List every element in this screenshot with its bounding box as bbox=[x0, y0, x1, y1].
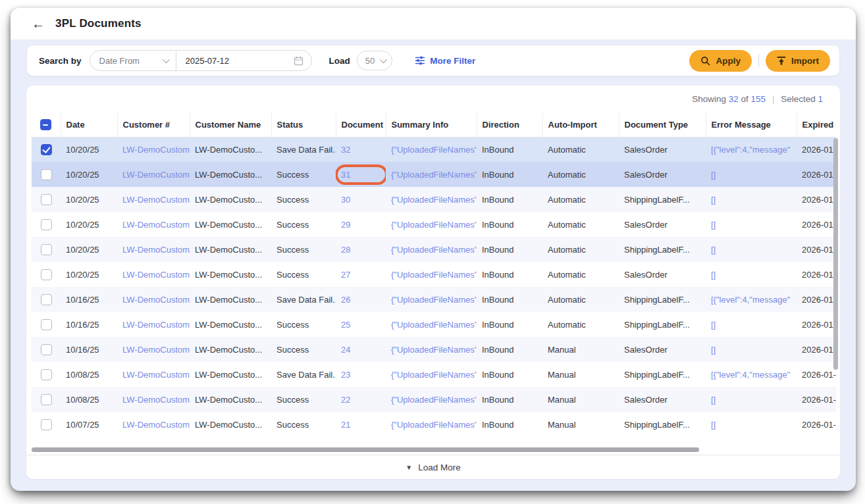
customer-number-link[interactable]: LW-DemoCustom bbox=[117, 312, 190, 337]
error-message-link[interactable]: [] bbox=[706, 387, 797, 412]
table-row[interactable]: 10/08/25LW-DemoCustomLW-DemoCusto...Save… bbox=[32, 362, 836, 387]
load-count-select[interactable]: 50 bbox=[357, 51, 392, 70]
table-row[interactable]: 10/20/25LW-DemoCustomLW-DemoCusto...Succ… bbox=[32, 162, 836, 187]
horizontal-scrollbar[interactable] bbox=[32, 447, 699, 452]
row-checkbox[interactable] bbox=[41, 169, 52, 180]
expired-date-text: 2026-01-0 bbox=[797, 412, 836, 437]
error-message-link[interactable]: [] bbox=[706, 162, 797, 187]
import-button[interactable]: Import bbox=[766, 50, 830, 72]
apply-button[interactable]: Apply bbox=[689, 50, 752, 72]
table-row[interactable]: 10/16/25LW-DemoCustomLW-DemoCusto...Succ… bbox=[32, 337, 836, 362]
table-header-row: DateCustomer #Customer NameStatusDocumen… bbox=[32, 113, 836, 137]
auto-import-text: Automatic bbox=[542, 212, 619, 237]
table-row[interactable]: 10/16/25LW-DemoCustomLW-DemoCusto...Succ… bbox=[32, 312, 836, 337]
row-checkbox[interactable] bbox=[41, 144, 52, 155]
summary-info-link[interactable]: {"UploadedFileNames":" bbox=[386, 187, 477, 212]
row-checkbox[interactable] bbox=[41, 369, 52, 380]
row-checkbox[interactable] bbox=[41, 244, 52, 255]
table-row[interactable]: 10/16/25LW-DemoCustomLW-DemoCusto...Save… bbox=[32, 287, 836, 312]
customer-number-link[interactable]: LW-DemoCustom bbox=[117, 187, 190, 212]
row-checkbox[interactable] bbox=[41, 194, 52, 205]
document-number-link[interactable]: 31 bbox=[336, 162, 386, 187]
document-number-link[interactable]: 28 bbox=[336, 237, 386, 262]
select-all-checkbox[interactable] bbox=[40, 119, 51, 130]
document-number-link[interactable]: 26 bbox=[336, 287, 386, 312]
status-text: Save Data Fail... bbox=[271, 287, 336, 312]
customer-number-link[interactable]: LW-DemoCustom bbox=[117, 162, 190, 187]
documents-table-panel: Showing 32 of 155 | Selected 1 DateCusto… bbox=[26, 86, 840, 479]
summary-info-link[interactable]: {"UploadedFileNames":" bbox=[386, 337, 477, 362]
document-number-link[interactable]: 32 bbox=[336, 137, 386, 162]
customer-number-link[interactable]: LW-DemoCustom bbox=[117, 387, 190, 412]
customer-number-link[interactable]: LW-DemoCustom bbox=[117, 287, 190, 312]
more-filter-button[interactable]: More Filter bbox=[415, 56, 475, 66]
summary-info-link[interactable]: {"UploadedFileNames":" bbox=[386, 362, 477, 387]
customer-number-link[interactable]: LW-DemoCustom bbox=[117, 212, 190, 237]
row-checkbox[interactable] bbox=[41, 394, 52, 405]
summary-info-link[interactable]: {"UploadedFileNames":" bbox=[386, 137, 477, 162]
table-row[interactable]: 10/20/25LW-DemoCustomLW-DemoCusto...Succ… bbox=[32, 212, 836, 237]
table-row[interactable]: 10/20/25LW-DemoCustomLW-DemoCusto...Succ… bbox=[32, 262, 836, 287]
document-number-link[interactable]: 27 bbox=[336, 262, 386, 287]
status-text: Success bbox=[271, 312, 336, 337]
customer-number-link[interactable]: LW-DemoCustom bbox=[117, 237, 190, 262]
summary-info-link[interactable]: {"UploadedFileNames":" bbox=[386, 412, 477, 437]
document-number-link[interactable]: 22 bbox=[336, 387, 386, 412]
document-type-text: SalesOrder bbox=[619, 262, 706, 287]
date-from-value: 2025-07-12 bbox=[186, 56, 230, 66]
column-header: Status bbox=[271, 113, 336, 137]
expired-date-text: 2026-01-2 bbox=[797, 262, 836, 287]
summary-info-link[interactable]: {"UploadedFileNames":" bbox=[386, 237, 477, 262]
document-number-link[interactable]: 25 bbox=[336, 312, 386, 337]
row-checkbox[interactable] bbox=[41, 219, 52, 230]
customer-number-link[interactable]: LW-DemoCustom bbox=[117, 262, 190, 287]
error-message-link[interactable]: [] bbox=[706, 262, 797, 287]
import-button-label: Import bbox=[791, 56, 819, 66]
vertical-scrollbar[interactable] bbox=[833, 138, 838, 370]
document-number-link[interactable]: 30 bbox=[336, 187, 386, 212]
error-message-link[interactable]: [{"level":4,"message" bbox=[706, 362, 797, 387]
error-message-link[interactable]: [] bbox=[706, 412, 797, 437]
error-message-link[interactable]: [{"level":4,"message" bbox=[706, 287, 797, 312]
table-row[interactable]: 10/20/25LW-DemoCustomLW-DemoCusto...Save… bbox=[32, 137, 836, 162]
customer-number-link[interactable]: LW-DemoCustom bbox=[117, 362, 190, 387]
error-message-link[interactable]: [{"level":4,"message" bbox=[706, 137, 797, 162]
direction-text: InBound bbox=[477, 337, 542, 362]
auto-import-text: Automatic bbox=[542, 312, 619, 337]
error-message-link[interactable]: [] bbox=[706, 187, 797, 212]
search-field-select[interactable]: Date From bbox=[90, 56, 176, 66]
row-checkbox[interactable] bbox=[41, 294, 52, 305]
summary-info-link[interactable]: {"UploadedFileNames":" bbox=[386, 162, 477, 187]
table-row[interactable]: 10/07/25LW-DemoCustomLW-DemoCusto...Succ… bbox=[32, 412, 836, 437]
customer-number-link[interactable]: LW-DemoCustom bbox=[117, 337, 190, 362]
direction-text: InBound bbox=[477, 162, 542, 187]
summary-info-link[interactable]: {"UploadedFileNames":" bbox=[386, 212, 477, 237]
error-message-link[interactable]: [] bbox=[706, 337, 797, 362]
error-message-link[interactable]: [] bbox=[706, 312, 797, 337]
auto-import-text: Manual bbox=[542, 337, 619, 362]
calendar-icon[interactable] bbox=[294, 56, 303, 66]
summary-info-link[interactable]: {"UploadedFileNames":" bbox=[386, 387, 477, 412]
row-checkbox[interactable] bbox=[41, 269, 52, 280]
error-message-link[interactable]: [] bbox=[706, 237, 797, 262]
date-from-input[interactable]: 2025-07-12 bbox=[176, 56, 311, 66]
document-number-link[interactable]: 21 bbox=[336, 412, 386, 437]
document-number-link[interactable]: 24 bbox=[336, 337, 386, 362]
summary-info-link[interactable]: {"UploadedFileNames":" bbox=[386, 262, 477, 287]
customer-number-link[interactable]: LW-DemoCustom bbox=[117, 412, 190, 437]
row-checkbox[interactable] bbox=[41, 344, 52, 355]
summary-info-link[interactable]: {"UploadedFileNames":" bbox=[386, 287, 477, 312]
load-more-button[interactable]: ▼ Load More bbox=[26, 455, 840, 479]
row-checkbox[interactable] bbox=[41, 419, 52, 430]
direction-text: InBound bbox=[477, 237, 542, 262]
document-number-link[interactable]: 29 bbox=[336, 212, 386, 237]
error-message-link[interactable]: [] bbox=[706, 212, 797, 237]
back-arrow-icon[interactable]: ← bbox=[32, 17, 45, 30]
document-number-link[interactable]: 23 bbox=[336, 362, 386, 387]
row-checkbox[interactable] bbox=[41, 319, 52, 330]
table-row[interactable]: 10/20/25LW-DemoCustomLW-DemoCusto...Succ… bbox=[32, 187, 836, 212]
summary-info-link[interactable]: {"UploadedFileNames":" bbox=[386, 312, 477, 337]
table-row[interactable]: 10/08/25LW-DemoCustomLW-DemoCusto...Succ… bbox=[32, 387, 836, 412]
table-row[interactable]: 10/20/25LW-DemoCustomLW-DemoCusto...Succ… bbox=[32, 237, 836, 262]
customer-number-link[interactable]: LW-DemoCustom bbox=[117, 137, 190, 162]
